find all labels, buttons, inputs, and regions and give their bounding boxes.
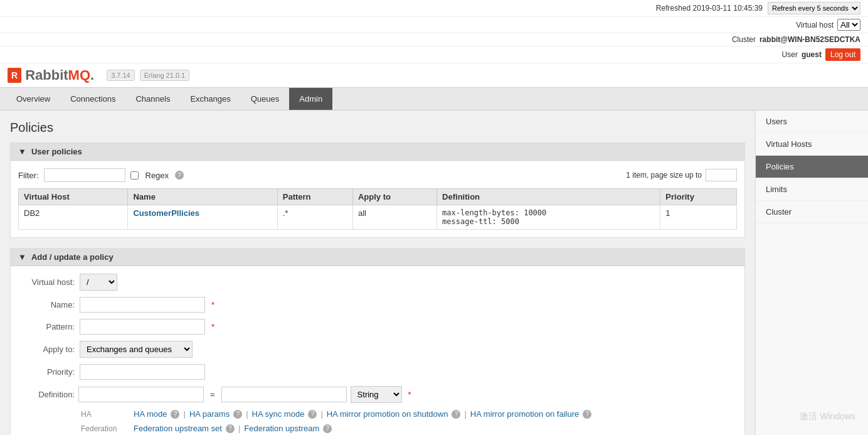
ha-mirror-shutdown-help[interactable]: ? xyxy=(452,410,460,419)
nav-channels[interactable]: Channels xyxy=(125,88,180,110)
regex-help-btn[interactable]: ? xyxy=(175,171,184,180)
definition-value-input[interactable] xyxy=(221,387,347,402)
definition-field-label: Definition: xyxy=(18,390,75,399)
sidebar-item-cluster[interactable]: Cluster xyxy=(756,201,868,223)
user-policies-title: User policies xyxy=(31,147,82,156)
page-size-input[interactable]: 100 xyxy=(706,169,737,181)
definition-equals: = xyxy=(208,390,218,399)
policies-table: Virtual Host Name Pattern Apply to Defin… xyxy=(18,188,737,230)
ha-mode-help[interactable]: ? xyxy=(171,410,179,419)
nav-overview[interactable]: Overview xyxy=(6,88,60,110)
cell-pattern: .* xyxy=(277,205,352,230)
apply-to-label: Apply to: xyxy=(18,345,75,354)
cell-definition: max-length-bytes: 10000 message-ttl: 500… xyxy=(437,205,660,230)
vhost-select[interactable]: All xyxy=(837,19,860,31)
name-field-label: Name: xyxy=(18,300,75,309)
username: guest xyxy=(802,50,822,59)
sidebar-item-users[interactable]: Users xyxy=(756,110,868,133)
regex-checkbox[interactable] xyxy=(130,171,139,180)
col-definition: Definition xyxy=(437,189,660,205)
ha-mirror-failure-link[interactable]: HA mirror promotion on failure xyxy=(470,409,579,419)
ha-mirror-failure-help[interactable]: ? xyxy=(583,410,591,419)
apply-to-select[interactable]: Exchanges and queues Exchanges Queues xyxy=(80,341,193,358)
cell-priority: 1 xyxy=(660,205,737,230)
priority-field-input[interactable] xyxy=(80,364,205,380)
version-info: 3.7.14 Erlang 21.0.1 xyxy=(107,70,189,81)
page-title: Policies xyxy=(10,121,745,135)
cluster-name: rabbit@WIN-BN52SEDCTKA xyxy=(760,35,860,44)
col-virtual-host: Virtual Host xyxy=(19,189,128,205)
sidebar: Users Virtual Hosts Policies Limits Clus… xyxy=(755,110,868,435)
ha-params-help[interactable]: ? xyxy=(233,410,242,419)
pattern-field-input[interactable] xyxy=(80,319,205,335)
nav-queues[interactable]: Queues xyxy=(241,88,290,110)
vhost-label: Virtual host xyxy=(796,21,834,30)
col-pattern: Pattern xyxy=(277,189,352,205)
ha-params-link[interactable]: HA params xyxy=(189,409,230,419)
col-priority: Priority xyxy=(660,189,737,205)
pattern-field-label: Pattern: xyxy=(18,322,75,331)
user-policies-section: ▼ User policies Filter: Regex ? 1 item, … xyxy=(10,142,745,238)
federation-upstream-set-help[interactable]: ? xyxy=(226,424,235,433)
federation-upstream-link[interactable]: Federation upstream xyxy=(244,424,319,433)
main-nav: Overview Connections Channels Exchanges … xyxy=(0,88,868,110)
name-field-input[interactable] xyxy=(80,297,205,313)
nav-connections[interactable]: Connections xyxy=(60,88,125,110)
name-required-star: * xyxy=(211,300,214,309)
table-row: DB2 CustomerPllicies .* all max-length-b… xyxy=(19,205,737,230)
regex-label: Regex xyxy=(146,171,169,180)
filter-input[interactable] xyxy=(44,168,125,182)
add-policy-section: ▼ Add / update a policy Virtual host: / … xyxy=(10,248,745,435)
logout-button[interactable]: Log out xyxy=(825,48,860,61)
col-name: Name xyxy=(128,189,277,205)
sidebar-item-limits[interactable]: Limits xyxy=(756,178,868,201)
pattern-required-star: * xyxy=(211,322,214,331)
federation-options-group: Federation Federation upstream set ? | F… xyxy=(81,424,737,433)
refreshed-text: Refreshed 2019-03-11 10:45:39 xyxy=(656,4,763,13)
nav-admin[interactable]: Admin xyxy=(289,88,332,110)
sidebar-item-policies[interactable]: Policies xyxy=(756,156,868,178)
collapse-icon-2: ▼ xyxy=(18,252,26,262)
federation-upstream-help[interactable]: ? xyxy=(323,424,332,433)
refresh-select[interactable]: Refresh every 5 seconds xyxy=(768,2,860,14)
logo-icon: R xyxy=(8,68,21,83)
cell-virtual-host: DB2 xyxy=(19,205,128,230)
ha-mode-link[interactable]: HA mode xyxy=(134,409,167,419)
priority-field-label: Priority: xyxy=(18,367,75,377)
federation-upstream-set-link[interactable]: Federation upstream set xyxy=(134,424,222,433)
federation-label: Federation xyxy=(81,424,131,433)
version-tag: 3.7.14 xyxy=(107,70,135,81)
sidebar-item-virtual-hosts[interactable]: Virtual Hosts xyxy=(756,133,868,156)
ha-sync-mode-link[interactable]: HA sync mode xyxy=(252,409,305,419)
page-size-text: 1 item, page size up to xyxy=(626,171,702,180)
definition-required-star: * xyxy=(408,390,411,399)
ha-sync-mode-help[interactable]: ? xyxy=(308,410,317,419)
filter-label: Filter: xyxy=(18,171,39,180)
ha-label: HA xyxy=(81,410,131,419)
policy-options: HA HA mode ? | HA params ? | HA sync mod… xyxy=(81,409,737,435)
add-policy-header[interactable]: ▼ Add / update a policy xyxy=(11,249,744,266)
cluster-label: Cluster xyxy=(732,35,756,44)
user-label: User xyxy=(782,50,798,59)
collapse-icon: ▼ xyxy=(18,147,26,156)
nav-exchanges[interactable]: Exchanges xyxy=(180,88,240,110)
definition-key-input[interactable] xyxy=(78,387,204,402)
cell-name: CustomerPllicies xyxy=(128,205,277,230)
ha-mirror-shutdown-link[interactable]: HA mirror promotion on shutdown xyxy=(327,409,448,419)
erlang-tag: Erlang 21.0.1 xyxy=(140,70,189,81)
user-policies-header[interactable]: ▼ User policies xyxy=(11,143,744,161)
vhost-field-select[interactable]: / DB2 xyxy=(80,274,117,291)
logo: R RabbitMQ. xyxy=(8,67,94,83)
logo-text: RabbitMQ. xyxy=(25,67,94,83)
vhost-field-label: Virtual host: xyxy=(18,277,75,287)
ha-options-group: HA HA mode ? | HA params ? | HA sync mod… xyxy=(81,409,737,419)
definition-type-select[interactable]: String Number Boolean List xyxy=(351,386,402,403)
col-apply-to: Apply to xyxy=(352,189,437,205)
cell-apply-to: all xyxy=(352,205,437,230)
add-policy-title: Add / update a policy xyxy=(31,252,114,262)
